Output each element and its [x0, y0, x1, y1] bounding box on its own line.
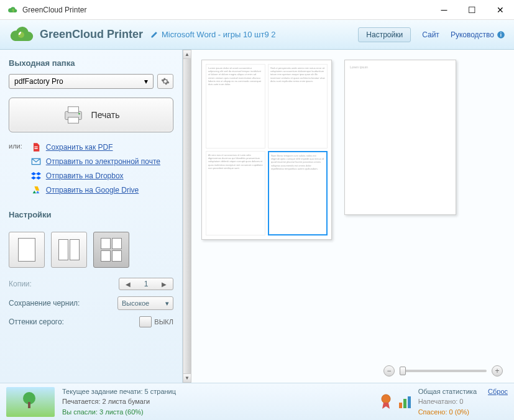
email-icon: [31, 157, 41, 167]
print-button-label: Печать: [91, 110, 120, 120]
preview-area: ▲ ▼ Lorem ipsum dolor sit amet consectet…: [183, 50, 514, 383]
svg-point-6: [78, 113, 80, 115]
printed-label: Напечатано: 0: [418, 396, 508, 407]
send-dropbox-label: Отправить на Dropbox: [46, 171, 124, 180]
printer-icon: [63, 104, 84, 126]
send-gdrive-link[interactable]: Отправить на Google Drive: [31, 185, 160, 195]
logo-icon: [9, 25, 34, 45]
current-job-label: Текущее задание печати: 5 страниц: [62, 386, 372, 397]
tree-icon: [20, 391, 39, 409]
send-email-link[interactable]: Отправить по электронной почте: [31, 157, 160, 167]
printing-label: Печатается: 2 листа бумаги: [62, 396, 372, 407]
close-button[interactable]: ✕: [486, 0, 514, 20]
gdrive-icon: [31, 185, 41, 195]
status-text: Текущее задание печати: 5 страниц Печата…: [62, 386, 372, 418]
stats-heading: Общая статистика: [418, 386, 477, 397]
zoom-in-button[interactable]: +: [492, 365, 503, 377]
guide-link[interactable]: Руководство i: [451, 30, 505, 39]
save-links: Сохранить как PDF Отправить по электронн…: [31, 142, 160, 195]
send-email-label: Отправить по электронной почте: [46, 157, 160, 166]
window-title: GreenCloud Printer: [22, 6, 430, 14]
copies-increment[interactable]: ▶: [159, 281, 169, 288]
document-title[interactable]: Microsoft Word - игры 10 шт9 2: [150, 30, 353, 39]
maximize-button[interactable]: ☐: [458, 0, 486, 20]
settings-button[interactable]: Настройки: [358, 27, 411, 42]
spared-label: Спасено: 0 (0%): [418, 407, 508, 418]
vertical-scrollbar[interactable]: ▲ ▼: [183, 50, 191, 383]
svg-rect-5: [68, 117, 78, 123]
ink-value: Высокое: [122, 299, 149, 307]
svg-rect-12: [403, 399, 406, 408]
info-icon: i: [497, 30, 505, 39]
app-name: GreenCloud Printer: [40, 28, 143, 41]
statusbar: Текущее задание печати: 5 страниц Печата…: [0, 383, 514, 420]
chevron-down-icon: ▾: [165, 299, 169, 308]
copies-stepper[interactable]: ◀ 1 ▶: [119, 278, 173, 290]
print-button[interactable]: Печать: [9, 98, 173, 132]
send-dropbox-link[interactable]: Отправить на Dropbox: [31, 171, 160, 181]
svg-rect-4: [68, 107, 78, 112]
svg-text:i: i: [500, 32, 502, 37]
settings-heading: Настройки: [9, 210, 173, 219]
window-controls: ─ ☐ ✕: [430, 0, 514, 20]
gear-icon: [161, 77, 170, 86]
preview-subpage-2[interactable]: Sed ut perspiciatis unde omnis iste natu…: [268, 64, 328, 148]
header: GreenCloud Printer Microsoft Word - игры…: [0, 20, 514, 50]
layout-4up[interactable]: [93, 232, 129, 268]
printer-select[interactable]: pdfFactory Pro ▾: [9, 74, 154, 89]
send-gdrive-label: Отправить на Google Drive: [46, 186, 139, 194]
save-pdf-label: Сохранить как PDF: [46, 143, 113, 152]
minimize-button[interactable]: ─: [430, 0, 458, 20]
ink-label: Сохранение чернил:: [9, 299, 80, 308]
titlebar: GreenCloud Printer ─ ☐ ✕: [0, 0, 514, 20]
zoom-out-button[interactable]: −: [383, 365, 395, 377]
svg-point-10: [382, 395, 390, 403]
svg-rect-13: [408, 396, 411, 408]
ink-select[interactable]: Высокое ▾: [117, 296, 173, 310]
svg-rect-9: [28, 402, 30, 408]
preview-subpage-1[interactable]: Lorem ipsum dolor sit amet consectetur a…: [206, 64, 265, 148]
svg-rect-11: [399, 403, 402, 408]
layout-1up[interactable]: [9, 232, 45, 268]
pencil-icon: [150, 31, 158, 39]
save-pdf-link[interactable]: Сохранить как PDF: [31, 142, 160, 152]
zoom-control: − +: [383, 365, 503, 377]
or-label: или:: [9, 142, 22, 206]
preview-subpage-4-selected[interactable]: Nam libero tempore cum soluta nobis est …: [268, 151, 328, 235]
preview-sheet-2[interactable]: Lorem ipsum: [344, 60, 456, 215]
copies-decrement[interactable]: ◀: [123, 281, 133, 288]
printer-settings-button[interactable]: [157, 74, 173, 89]
saved-label: Вы спасли: 3 листа (60%): [62, 407, 372, 418]
zoom-slider[interactable]: [400, 370, 487, 372]
preview-sheet-1[interactable]: Lorem ipsum dolor sit amet consectetur a…: [201, 60, 332, 240]
toggle-switch: [139, 316, 152, 327]
layout-options: [9, 232, 173, 268]
scroll-thumb[interactable]: [183, 59, 191, 373]
scroll-down-button[interactable]: ▼: [183, 373, 191, 382]
printer-select-value: pdfFactory Pro: [14, 77, 63, 86]
copies-value: 1: [137, 280, 155, 288]
medal-icon: [380, 394, 392, 410]
body: Выходная папка pdfFactory Pro ▾ Печать и…: [0, 50, 514, 383]
site-link[interactable]: Сайт: [422, 30, 439, 39]
status-image: [6, 387, 55, 417]
layout-2up[interactable]: [51, 232, 87, 268]
toggle-label: ВЫКЛ: [154, 318, 173, 326]
chevron-down-icon: ▾: [144, 77, 148, 86]
stats-block: Общая статистикаСброс Напечатано: 0 Спас…: [380, 386, 508, 418]
sidebar: Выходная папка pdfFactory Pro ▾ Печать и…: [0, 50, 183, 383]
grayscale-label: Оттенки серого:: [9, 317, 64, 326]
output-folder-heading: Выходная папка: [9, 58, 173, 68]
pdf-icon: [31, 142, 41, 152]
dropbox-icon: [31, 171, 41, 181]
bars-icon: [398, 395, 412, 409]
scroll-up-button[interactable]: ▲: [183, 50, 191, 59]
grayscale-toggle[interactable]: ВЫКЛ: [139, 316, 173, 327]
app-icon: [7, 5, 17, 15]
zoom-thumb[interactable]: [400, 367, 406, 375]
copies-label: Копии:: [9, 280, 32, 288]
document-title-text: Microsoft Word - игры 10 шт9 2: [162, 30, 275, 39]
guide-link-text: Руководство: [451, 30, 494, 39]
preview-subpage-3[interactable]: At vero eos et accusamus et iusto odio d…: [206, 151, 265, 235]
reset-link[interactable]: Сброс: [488, 388, 508, 395]
